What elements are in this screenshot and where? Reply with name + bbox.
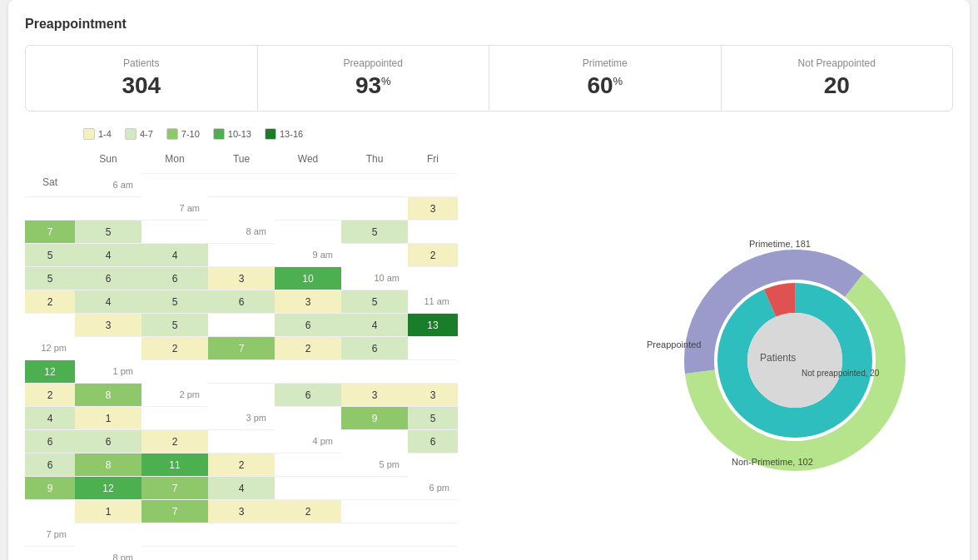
legend-swatch: [265, 128, 276, 140]
row-label: 8 am: [208, 220, 275, 243]
preappointed-label: Preappointed: [275, 57, 473, 69]
calendar-cell: 3: [208, 499, 275, 523]
calendar-cell: [141, 523, 208, 546]
calendar-cell: 7: [25, 220, 75, 243]
legend-swatch: [83, 128, 95, 140]
row-label: 4 pm: [275, 429, 341, 453]
calendar-cell: [408, 453, 458, 476]
row-label: 12 pm: [25, 336, 75, 359]
calendar-cell: 2: [408, 243, 458, 266]
calendar-cell: [75, 336, 141, 359]
calendar-cell: 5: [25, 266, 75, 290]
calendar-grid: SunMonTueWedThuFriSat6 am7 am3758 am5544…: [25, 150, 620, 560]
legend-item: 7-10: [166, 128, 200, 140]
calendar-cell: 8: [75, 383, 141, 406]
calendar-cell: [208, 313, 275, 336]
non-primetime-chart-label: Non-Primetime, 102: [732, 457, 813, 467]
calendar-cell: 9: [341, 406, 408, 429]
stats-row: Patients 304 Preappointed 93% Primetime …: [25, 45, 953, 112]
calendar-cell: 5: [25, 243, 75, 266]
legend-label: 7-10: [181, 129, 200, 139]
row-label: 7 am: [141, 196, 208, 220]
not-preappointed-label: Not Preappointed: [738, 57, 936, 69]
col-header: Mon: [141, 150, 208, 173]
calendar-cell: 9: [25, 476, 75, 499]
calendar-cell: [25, 313, 75, 336]
preappointed-chart-label: Preappointed: [647, 339, 701, 349]
calendar-cell: [208, 523, 275, 546]
col-header: Tue: [208, 150, 275, 173]
primetime-label: Primetime: [506, 57, 704, 69]
calendar-cell: [408, 359, 458, 383]
calendar-cell: 11: [141, 453, 208, 476]
calendar-cell: 2: [141, 429, 208, 453]
calendar-cell: [208, 546, 275, 560]
calendar-cell: 5: [341, 290, 408, 313]
calendar-cell: 4: [25, 406, 75, 429]
row-label: 3 pm: [208, 406, 275, 429]
calendar-cell: 1: [75, 499, 141, 523]
calendar-cell: [341, 359, 408, 383]
col-header: Sun: [75, 150, 141, 173]
calendar-cell: [408, 173, 458, 196]
calendar-cell: [408, 546, 458, 560]
calendar-cell: 5: [141, 290, 208, 313]
calendar-cell: [208, 196, 275, 220]
legend-label: 1-4: [98, 129, 112, 139]
calendar-cell: [141, 173, 208, 196]
col-header: Fri: [408, 150, 458, 173]
calendar-cell: 6: [408, 429, 458, 453]
row-label: 10 am: [341, 266, 408, 290]
calendar-cell: [208, 429, 275, 453]
calendar-cell: 2: [141, 336, 208, 359]
calendar-cell: [275, 406, 341, 429]
calendar-cell: [408, 336, 458, 359]
main-content: 1-4 4-7 7-10 10-13 13-16 SunMonTueWedThu…: [25, 128, 953, 560]
legend-item: 13-16: [265, 128, 303, 140]
calendar-cell: 3: [408, 196, 458, 220]
main-card: Preappointment Patients 304 Preappointed…: [8, 0, 970, 560]
legend-item: 4-7: [125, 128, 153, 140]
calendar-cell: 4: [341, 313, 408, 336]
row-label: 6 am: [75, 173, 141, 196]
col-header: Wed: [275, 150, 341, 173]
row-label: 11 am: [408, 290, 458, 313]
calendar-cell: 2: [25, 383, 75, 406]
calendar-cell: 3: [341, 383, 408, 406]
legend-item: 1-4: [83, 128, 112, 140]
row-label: 9 am: [275, 243, 341, 266]
calendar-cell: 2: [25, 290, 75, 313]
calendar-cell: 3: [75, 313, 141, 336]
not-preappointed-value: 20: [738, 72, 936, 99]
calendar-cell: 7: [208, 336, 275, 359]
calendar-cell: 7: [141, 499, 208, 523]
stat-patients: Patients 304: [26, 46, 258, 111]
preappointed-value: 93%: [275, 72, 473, 99]
calendar-cell: [275, 220, 341, 243]
calendar-cell: [208, 359, 275, 383]
calendar-cell: 3: [275, 290, 341, 313]
calendar-cell: 13: [408, 313, 458, 336]
calendar-cell: 4: [141, 243, 208, 266]
not-preappointed-chart-label: Not preappointed, 20: [802, 369, 879, 378]
calendar-cell: [208, 173, 275, 196]
calendar-cell: [341, 196, 408, 220]
calendar-cell: 3: [408, 383, 458, 406]
legend-swatch: [213, 128, 225, 140]
calendar-cell: 6: [275, 313, 341, 336]
calendar-cell: [25, 196, 75, 220]
calendar-cell: 10: [275, 266, 341, 290]
calendar-cell: 8: [75, 453, 141, 476]
donut-chart: Primetime, 181 Preappointed Patients Not…: [662, 227, 928, 493]
empty-corner: [25, 150, 75, 173]
calendar-cell: 5: [75, 220, 141, 243]
calendar-cell: [25, 546, 75, 560]
calendar-cell: 2: [275, 499, 341, 523]
row-label: 1 pm: [75, 359, 141, 383]
calendar-cell: 4: [208, 476, 275, 499]
col-header: Thu: [341, 150, 408, 173]
legend-label: 13-16: [280, 129, 303, 139]
calendar-cell: 7: [141, 476, 208, 499]
patients-chart-label: Patients: [760, 352, 796, 364]
calendar-cell: 5: [408, 406, 458, 429]
